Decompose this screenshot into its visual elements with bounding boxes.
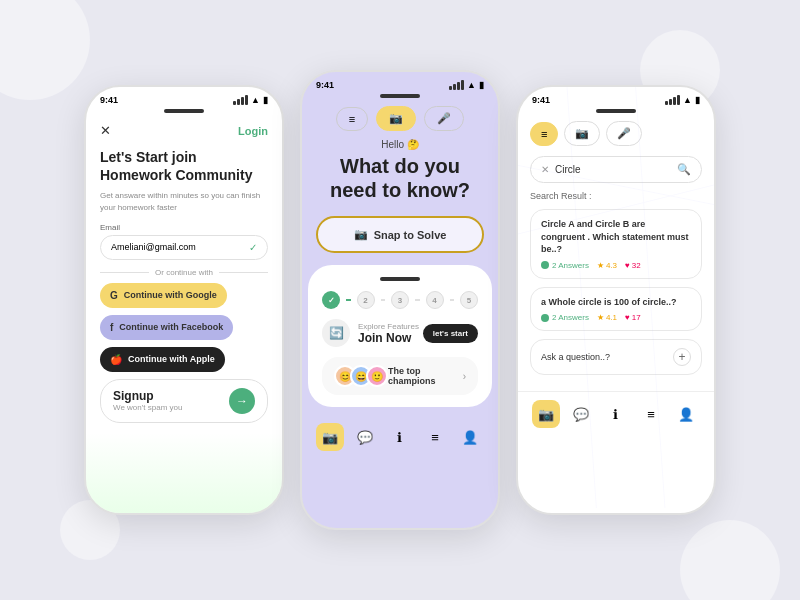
tab-camera[interactable]: 📷	[376, 106, 416, 131]
apple-button[interactable]: 🍎 Continue with Apple	[100, 347, 225, 372]
nav-user[interactable]: 👤	[456, 423, 484, 451]
p1-header: ✕ Login	[100, 123, 268, 138]
avatar-group: 😊 😄 🙂	[334, 365, 388, 387]
lets-start-button[interactable]: let's start	[423, 324, 478, 343]
step-4: 4	[426, 291, 444, 309]
tab-mic-3[interactable]: 🎤	[606, 121, 642, 146]
heart-icon-2: ♥	[625, 313, 630, 322]
divider-text: Or continue with	[155, 268, 213, 277]
login-button[interactable]: Login	[238, 125, 268, 137]
tab-camera-3[interactable]: 📷	[564, 121, 600, 146]
wifi-icon-1: ▲	[251, 95, 260, 105]
tab-mic[interactable]: 🎤	[424, 106, 464, 131]
signal-1	[233, 95, 248, 105]
email-value: Ameliani@gmail.com	[111, 242, 196, 252]
status-time-2: 9:41	[316, 80, 334, 90]
features-card: ✓ 2 3 4 5 🔄 Explore Features Join Now	[308, 265, 492, 407]
phone-search: 9:41 ▲ ▮ ≡ 📷 🎤 ✕ Circle 🔍 Search Result …	[516, 85, 716, 515]
rating-2: ★ 4.1	[597, 313, 617, 322]
nav-list-3[interactable]: ≡	[637, 400, 665, 428]
battery-icon-3: ▮	[695, 95, 700, 105]
search-bar[interactable]: ✕ Circle 🔍	[530, 156, 702, 183]
p3-top-tabs: ≡ 📷 🎤	[530, 121, 702, 146]
join-row: 🔄 Explore Features Join Now let's start	[322, 319, 478, 347]
phone1-content: ✕ Login Let's Start join Homework Commun…	[86, 113, 282, 433]
status-bar-3: 9:41 ▲ ▮	[518, 87, 714, 109]
clear-icon[interactable]: ✕	[541, 164, 549, 175]
nav-chat-3[interactable]: 💬	[567, 400, 595, 428]
nav-user-3[interactable]: 👤	[672, 400, 700, 428]
result-2-meta: 2 Answers ★ 4.1 ♥ 17	[541, 313, 691, 322]
answer-dot-1	[541, 261, 549, 269]
signup-section[interactable]: Signup We won't spam you →	[100, 379, 268, 423]
phones-container: 9:41 ▲ ▮ ✕ Login Let's Start join Homewo…	[84, 70, 716, 530]
search-input[interactable]: Circle	[555, 164, 671, 175]
heart-icon-1: ♥	[625, 261, 630, 270]
google-icon: G	[110, 290, 118, 301]
step-1: ✓	[322, 291, 340, 309]
result-card-2[interactable]: a Whole circle is 100 of circle..? 2 Ans…	[530, 287, 702, 332]
result-2-title: a Whole circle is 100 of circle..?	[541, 296, 691, 309]
answers-1: 2 Answers	[541, 261, 589, 270]
tab-text[interactable]: ≡	[336, 107, 368, 131]
status-time-1: 9:41	[100, 95, 118, 105]
tab-text-3[interactable]: ≡	[530, 122, 558, 146]
step-3: 3	[391, 291, 409, 309]
card-notch	[380, 277, 420, 281]
champions-text: The top champions	[388, 366, 463, 386]
hello-text: Hello 🤔	[302, 139, 498, 150]
champions-arrow: ›	[463, 371, 466, 382]
facebook-icon: f	[110, 322, 113, 333]
rating-1: ★ 4.3	[597, 261, 617, 270]
join-now-label: Join Now	[358, 331, 419, 345]
snap-to-solve-button[interactable]: 📷 Snap to Solve	[316, 216, 484, 253]
divider: Or continue with	[100, 268, 268, 277]
camera-icon: 📷	[354, 228, 368, 241]
step-2: 2	[357, 291, 375, 309]
nav-camera-3-active[interactable]: 📷	[532, 400, 560, 428]
nav-camera-active[interactable]: 📷	[316, 423, 344, 451]
signup-title: Signup	[113, 389, 182, 403]
p2-top-bar: ≡ 📷 🎤	[302, 98, 498, 139]
nav-list[interactable]: ≡	[421, 423, 449, 451]
nav-info[interactable]: ℹ	[386, 423, 414, 451]
facebook-button[interactable]: f Continue with Facebook	[100, 315, 233, 340]
bottom-nav-2: 📷 💬 ℹ ≡ 👤	[302, 415, 498, 459]
nav-info-3[interactable]: ℹ	[602, 400, 630, 428]
email-label: Email	[100, 223, 268, 232]
champions-row[interactable]: 😊 😄 🙂 The top champions ›	[322, 357, 478, 395]
likes-2: ♥ 17	[625, 313, 641, 322]
email-input[interactable]: Ameliani@gmail.com ✓	[100, 235, 268, 260]
ask-text: Ask a question..?	[541, 352, 610, 362]
results-label: Search Result :	[530, 191, 702, 201]
p1-title: Let's Start join Homework Community	[100, 148, 268, 184]
ask-card[interactable]: Ask a question..? +	[530, 339, 702, 375]
result-1-title: Circle A and Circle B are congruent . Wh…	[541, 218, 691, 256]
apple-icon: 🍎	[110, 354, 122, 365]
phone-login: 9:41 ▲ ▮ ✕ Login Let's Start join Homewo…	[84, 85, 284, 515]
status-bar-2: 9:41 ▲ ▮	[302, 72, 498, 94]
signup-subtitle: We won't spam you	[113, 403, 182, 412]
nav-chat[interactable]: 💬	[351, 423, 379, 451]
search-icon[interactable]: 🔍	[677, 163, 691, 176]
signup-arrow[interactable]: →	[229, 388, 255, 414]
signal-2	[449, 80, 464, 90]
google-button[interactable]: G Continue with Google	[100, 283, 227, 308]
status-bar-1: 9:41 ▲ ▮	[86, 87, 282, 109]
steps-indicator: ✓ 2 3 4 5	[322, 291, 478, 309]
wifi-icon-2: ▲	[467, 80, 476, 90]
star-icon-2: ★	[597, 313, 604, 322]
step-5: 5	[460, 291, 478, 309]
phone-snap: 9:41 ▲ ▮ ≡ 📷 🎤 Hello 🤔 What do you need …	[300, 70, 500, 530]
signal-3	[665, 95, 680, 105]
battery-icon-2: ▮	[479, 80, 484, 90]
result-card-1[interactable]: Circle A and Circle B are congruent . Wh…	[530, 209, 702, 279]
wifi-icon-3: ▲	[683, 95, 692, 105]
answer-dot-2	[541, 314, 549, 322]
battery-icon-1: ▮	[263, 95, 268, 105]
close-icon[interactable]: ✕	[100, 123, 111, 138]
add-question-button[interactable]: +	[673, 348, 691, 366]
check-icon: ✓	[249, 242, 257, 253]
avatar-3: 🙂	[366, 365, 388, 387]
join-icon: 🔄	[322, 319, 350, 347]
